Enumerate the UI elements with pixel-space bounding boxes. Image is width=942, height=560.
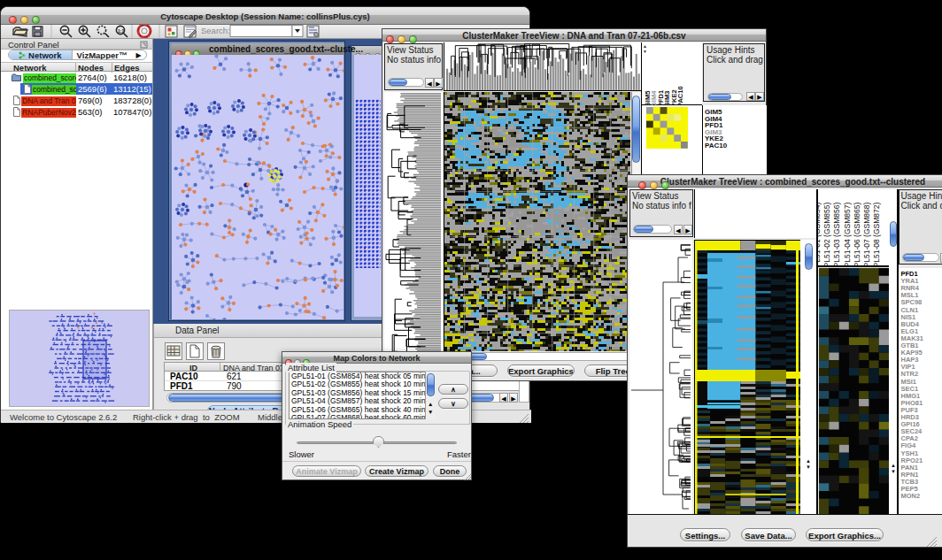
svg-text:1:1: 1:1 [118, 28, 124, 34]
svg-text:Search:: Search: [201, 26, 230, 35]
